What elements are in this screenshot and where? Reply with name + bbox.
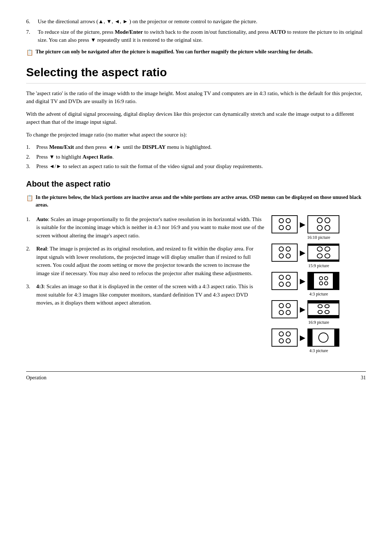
label-43b: 4:3 picture [271,347,366,354]
src-1610 [271,215,298,233]
intro-list: 6. Use the directional arrows (▲, ▼, ◄, … [26,17,366,44]
label-1610: 16:10 picture [271,234,366,241]
content-area: 1. Auto: Scales an image proportionally … [26,215,366,357]
step-1-num: 1. [26,143,36,151]
aspect-2-num: 2. [26,245,36,277]
para1: The 'aspect ratio' is the ratio of the i… [26,89,366,106]
src-169 [271,300,298,318]
diagram-column: ▶ 16:10 picture [271,215,366,357]
dst-169 [307,300,339,318]
note-icon: 📋 [26,48,33,57]
about-note-icon: 📋 [26,194,33,203]
diagram-43a-row: ▶ [271,272,366,290]
aspect-3-content: 4:3: Scales an image so that it is displ… [36,282,264,307]
dst-159 [307,244,339,262]
arrow-169: ▶ [300,306,305,313]
aspect-item-2: 2. Real: The image is projected as its o… [26,245,264,277]
label-159: 15:9 picture [271,262,366,269]
para3: To change the projected image ratio (no … [26,131,366,139]
aspect-3-num: 3. [26,282,36,307]
step-3-num: 3. [26,162,36,171]
intro-note: 📋 The picture can only be navigated afte… [26,48,366,57]
src-43a [271,272,298,290]
aspect-1-content: Auto: Scales an image proportionally to … [36,215,264,240]
about-note: 📋 In the pictures below, the black porti… [26,193,366,209]
step-1-content: Press Menu/Exit and then press ◄ /► unti… [36,143,366,151]
src-43b [271,328,298,347]
diagram-1610: ▶ 16:10 picture [271,215,366,244]
footer-left: Operation [26,374,46,381]
arrow-43b: ▶ [300,334,305,341]
step-1: 1. Press Menu/Exit and then press ◄ /► u… [26,143,366,151]
diagram-169-row: ▶ [271,300,366,318]
diagram-43b-row: ▶ [271,328,366,347]
para2: With the advent of digital signal proces… [26,110,366,126]
aspect-item-1: 1. Auto: Scales an image proportionally … [26,215,264,240]
aspect-item-3: 3. 4:3: Scales an image so that it is di… [26,282,264,307]
footer-right: 31 [361,374,366,381]
item-6-content: Use the directional arrows (▲, ▼, ◄, ► )… [38,17,366,26]
section-title: Selecting the aspect ratio [26,64,366,83]
intro-item-7: 7. To reduce size of the picture, press … [26,28,366,44]
about-note-text: In the pictures below, the black portion… [36,193,366,209]
sub-title: About the aspect ratio [26,178,366,190]
text-column: 1. Auto: Scales an image proportionally … [26,215,271,357]
footer: Operation 31 [26,371,366,381]
arrow-159: ▶ [300,249,305,256]
step-3-content: Press ◄/► to select an aspect ratio to s… [36,162,366,171]
diagram-1610-row: ▶ [271,215,366,233]
item-7-content: To reduce size of the picture, press Mod… [38,28,366,44]
intro-item-6: 6. Use the directional arrows (▲, ▼, ◄, … [26,17,366,26]
diagram-159: ▶ 15:9 picture [271,244,366,272]
aspect-1-num: 1. [26,215,36,240]
item-7-num: 7. [26,28,38,44]
diagram-169: ▶ 16:9 picture [271,300,366,328]
src-159 [271,244,298,262]
item-6-num: 6. [26,17,38,26]
step-2-num: 2. [26,153,36,161]
diagram-43a: ▶ 4:3 picture [271,272,366,300]
diagram-43b: ▶ 4:3 picture [271,328,366,357]
label-169: 16:9 picture [271,319,366,326]
dst-1610 [307,215,339,233]
step-2-content: Press ▼ to highlight Aspect Ratio. [36,153,366,161]
arrow-1610: ▶ [300,221,305,228]
dst-43a [307,272,339,290]
label-43a: 4:3 picture [271,291,366,297]
arrow-43a: ▶ [300,277,305,285]
step-2: 2. Press ▼ to highlight Aspect Ratio. [26,153,366,161]
diagram-159-row: ▶ [271,244,366,262]
steps-list: 1. Press Menu/Exit and then press ◄ /► u… [26,143,366,171]
intro-note-text: The picture can only be navigated after … [36,48,313,56]
aspect-2-content: Real: The image is projected as its orig… [36,245,264,277]
dst-43b [307,328,339,347]
step-3: 3. Press ◄/► to select an aspect ratio t… [26,162,366,171]
